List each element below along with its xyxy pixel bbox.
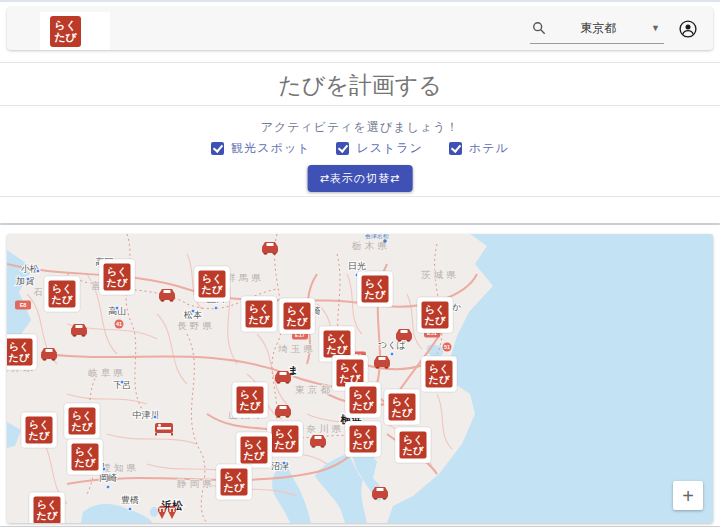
svg-text:たび: たび: [72, 421, 93, 432]
svg-text:たび: たび: [224, 482, 245, 493]
svg-text:たび: たび: [202, 284, 223, 295]
svg-text:たび: たび: [353, 400, 374, 411]
map[interactable]: E5151E17E441E8 富山県石川県福井県岐阜県長野県群馬県埼玉県東京都神…: [7, 234, 713, 523]
svg-text:41: 41: [116, 321, 122, 327]
svg-text:らく: らく: [224, 471, 244, 483]
svg-text:たび: たび: [75, 457, 96, 468]
divider: [0, 62, 720, 63]
rakutabi-marker[interactable]: らくたび: [421, 356, 457, 392]
map-zoom-in-button[interactable]: +: [673, 481, 703, 510]
rakutabi-marker[interactable]: らくたび: [67, 439, 103, 475]
divider: [0, 196, 720, 197]
svg-text:らく: らく: [287, 305, 307, 317]
rakutabi-marker[interactable]: らくたび: [232, 382, 268, 418]
divider: [0, 105, 720, 106]
rakutabi-marker[interactable]: らくたび: [357, 271, 393, 307]
logo-line1: らく: [54, 19, 77, 31]
car-icon: [41, 348, 57, 361]
svg-text:らく: らく: [365, 278, 385, 290]
logo[interactable]: らく たび: [40, 12, 110, 50]
svg-text:たび: たび: [275, 439, 296, 450]
svg-text:らく: らく: [75, 446, 95, 458]
svg-text:たび: たび: [37, 510, 58, 521]
map-city-label: つくば: [378, 340, 406, 350]
car-icon: [310, 435, 326, 448]
svg-text:らく: らく: [9, 341, 29, 353]
map-prefecture-label: 長野県: [177, 320, 215, 331]
svg-text:たび: たび: [365, 289, 386, 300]
rakutabi-marker[interactable]: らくたび: [267, 421, 303, 457]
rakutabi-marker[interactable]: らくたび: [345, 421, 381, 457]
activities-heading: アクティビティを選びましょう！: [0, 119, 720, 136]
svg-text:たび: たび: [287, 316, 308, 327]
car-icon: [262, 242, 278, 255]
svg-text:らく: らく: [37, 499, 57, 511]
rakutabi-marker[interactable]: らくたび: [241, 296, 277, 332]
car-icon: [159, 289, 175, 302]
rakutabi-marker[interactable]: らくたび: [21, 412, 57, 448]
svg-text:らく: らく: [327, 333, 347, 345]
svg-text:らく: らく: [240, 389, 260, 401]
rakutabi-marker[interactable]: らくたび: [194, 266, 230, 302]
svg-text:たび: たび: [107, 277, 128, 288]
checkbox-spots[interactable]: 観光スポット: [211, 140, 310, 157]
svg-text:たび: たび: [29, 430, 50, 441]
checkbox-icon[interactable]: [211, 142, 224, 155]
activity-checkbox-row: 観光スポット レストラン ホテル: [0, 140, 720, 157]
app-header: らく たび 東京都 ▼: [7, 7, 713, 50]
prefecture-select[interactable]: 東京都 ▼: [530, 13, 664, 44]
svg-text:たび: たび: [52, 294, 73, 305]
account-icon[interactable]: [678, 19, 698, 39]
rakutabi-marker[interactable]: らくたび: [29, 492, 65, 523]
rakutabi-marker[interactable]: らくたび: [99, 259, 135, 295]
svg-text:らく: らく: [353, 389, 373, 401]
rakutabi-marker[interactable]: らくたび: [384, 389, 420, 425]
map-canvas[interactable]: E5151E17E441E8 富山県石川県福井県岐阜県長野県群馬県埼玉県東京都神…: [7, 234, 713, 523]
rakutabi-marker[interactable]: らくたび: [345, 382, 381, 418]
map-city-label: 加賀: [16, 276, 34, 286]
svg-text:らく: らく: [425, 304, 445, 316]
svg-text:たび: たび: [403, 445, 424, 456]
svg-text:らく: らく: [429, 363, 449, 375]
car-icon: [396, 329, 412, 342]
rakutabi-marker[interactable]: らくたび: [236, 432, 272, 468]
rakutabi-marker[interactable]: らくたび: [279, 298, 315, 334]
page: らく たび 東京都 ▼ たびを計画する アクティビティを選びましょう！: [0, 0, 720, 527]
svg-text:たび: たび: [249, 314, 270, 325]
checkbox-hotels[interactable]: ホテル: [449, 140, 509, 157]
svg-text:らく: らく: [107, 266, 127, 278]
svg-text:らく: らく: [29, 419, 49, 431]
map-prefecture-label: 岐阜県: [88, 367, 126, 378]
rakutabi-marker[interactable]: らくたび: [417, 297, 453, 333]
map-prefecture-label: 愛知県: [101, 462, 139, 473]
map-prefecture-label: 埼玉県: [277, 343, 316, 354]
map-prefecture-label: 茨城県: [420, 269, 459, 280]
toggle-view-button[interactable]: ⇄表示の切替⇄: [308, 165, 413, 192]
svg-text:らく: らく: [403, 434, 423, 446]
svg-text:らく: らく: [244, 439, 264, 451]
checkbox-label: レストラン: [356, 140, 422, 157]
svg-text:らく: らく: [249, 303, 269, 315]
checkbox-icon[interactable]: [336, 142, 349, 155]
prefecture-select-value: 東京都: [546, 20, 651, 37]
rakutabi-marker[interactable]: らくたび: [7, 334, 37, 370]
svg-text:たび: たび: [244, 450, 265, 461]
svg-text:たび: たび: [392, 407, 413, 418]
rakutabi-marker[interactable]: らくたび: [44, 276, 80, 312]
svg-text:たび: たび: [429, 374, 450, 385]
svg-text:たび: たび: [327, 344, 348, 355]
svg-text:らく: らく: [340, 362, 360, 374]
car-icon: [71, 324, 87, 337]
svg-text:らく: らく: [275, 428, 295, 440]
rakutabi-marker[interactable]: らくたび: [216, 464, 252, 500]
svg-text:E8: E8: [20, 302, 27, 308]
svg-text:たび: たび: [240, 400, 261, 411]
checkbox-icon[interactable]: [449, 142, 462, 155]
section-edge: [0, 223, 720, 225]
map-prefecture-label: 静岡県: [176, 478, 215, 489]
checkbox-restaurants[interactable]: レストラン: [336, 140, 422, 157]
map-city-label: 日光: [348, 261, 366, 271]
page-title: たびを計画する: [0, 70, 720, 101]
rakutabi-marker[interactable]: らくたび: [64, 403, 100, 439]
rakutabi-marker[interactable]: らくたび: [395, 427, 431, 463]
